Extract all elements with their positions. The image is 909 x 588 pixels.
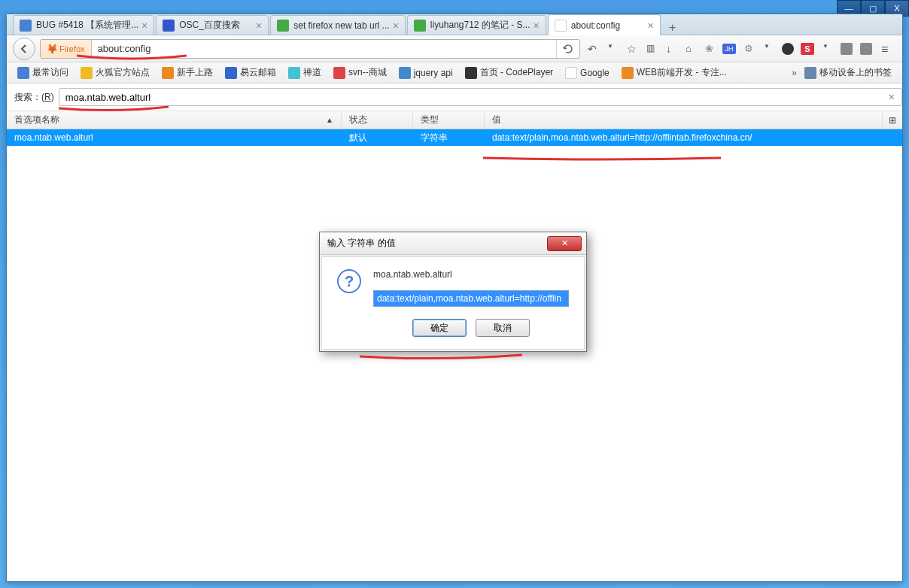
bookmark[interactable]: 易云邮箱 — [220, 65, 281, 80]
home-icon[interactable]: ⌂ — [683, 40, 701, 58]
bookmark[interactable]: 新手上路 — [157, 65, 217, 80]
column-name[interactable]: 首选项名称▲ — [7, 111, 342, 129]
dropdown-icon[interactable]: ▼ — [819, 40, 838, 58]
dialog-input[interactable] — [373, 290, 569, 307]
cancel-button[interactable]: 取消 — [476, 319, 530, 337]
tab[interactable]: set firefox new tab url ... × — [270, 15, 406, 35]
dialog-titlebar[interactable]: 输入 字符串 的值 ✕ — [320, 232, 586, 255]
bookmark[interactable]: 火狐官方站点 — [76, 65, 154, 80]
column-value[interactable]: 值 — [485, 111, 883, 129]
cell-value: data:text/plain,moa.ntab.web.alturl=http… — [485, 129, 902, 146]
globe-icon[interactable]: ❀ — [702, 40, 720, 58]
column-type[interactable]: 类型 — [413, 111, 485, 129]
bookmark-label: 易云邮箱 — [240, 66, 276, 79]
tab-favicon — [20, 20, 32, 32]
config-column-header: 首选项名称▲ 状态 类型 值 ⊞ — [7, 111, 902, 129]
prompt-dialog: 输入 字符串 的值 ✕ ? moa.ntab.web.alturl 确定 取消 — [319, 232, 587, 352]
bookmark[interactable]: 首页 - CodePlayer — [461, 65, 558, 80]
ok-button[interactable]: 确定 — [412, 319, 467, 337]
sort-asc-icon: ▲ — [326, 116, 333, 124]
bookmark-label: 最常访问 — [32, 66, 68, 79]
bookmarks-overflow[interactable]: » — [792, 68, 797, 78]
menu-icon[interactable]: ≡ — [878, 40, 896, 58]
ext-icon[interactable] — [839, 40, 857, 58]
url-bar: Firefox — [40, 39, 580, 59]
dialog-label: moa.ntab.web.alturl — [373, 269, 569, 280]
bookmark-icon — [399, 67, 411, 79]
ext-icon[interactable]: S — [800, 40, 818, 58]
bookmark-icon — [162, 67, 174, 79]
close-icon[interactable]: × — [648, 20, 654, 32]
toolbar-icons: ↶ ▼ ☆ ▥ ↓ ⌂ ❀ JH ⚙ ▼ S ▼ ≡ — [585, 40, 896, 58]
dialog-body: ? moa.ntab.web.alturl 确定 取消 — [321, 256, 585, 350]
cell-status: 默认 — [342, 129, 413, 146]
close-icon[interactable]: × — [256, 20, 262, 32]
close-icon[interactable]: × — [534, 20, 540, 32]
download-icon[interactable]: ↓ — [663, 40, 681, 58]
bookmark-label: WEB前端开发 - 专注... — [637, 66, 727, 79]
bookmark-icon — [225, 67, 237, 79]
bookmark-icon — [465, 67, 477, 79]
bookmark-label: 禅道 — [303, 66, 321, 79]
sidebar-icon[interactable]: ▥ — [643, 40, 661, 58]
dropdown-icon[interactable]: ▼ — [604, 40, 622, 58]
dialog-close-button[interactable]: ✕ — [547, 236, 582, 251]
bookmark-icon — [565, 67, 577, 79]
close-icon[interactable]: × — [393, 20, 399, 32]
bookmark-icon — [288, 67, 300, 79]
bookmarks-bar: 最常访问 火狐官方站点 新手上路 易云邮箱 禅道 svn--商城 jquery … — [7, 62, 902, 83]
arrow-left-icon — [19, 44, 29, 54]
bookmark[interactable]: 最常访问 — [13, 65, 73, 80]
tab-label: OSC_百度搜索 — [179, 19, 253, 32]
tab-label: set firefox new tab url ... — [293, 20, 389, 31]
reload-button[interactable] — [556, 40, 579, 58]
bookmark[interactable]: jquery api — [394, 65, 458, 80]
column-picker[interactable]: ⊞ — [883, 111, 902, 129]
tab-favicon — [163, 20, 175, 32]
tab-active[interactable]: about:config × — [548, 14, 661, 35]
bookmark-icon — [333, 67, 345, 79]
clear-search-icon[interactable]: × — [889, 91, 895, 103]
bookmark-label: Google — [580, 68, 610, 78]
back-button[interactable] — [13, 38, 35, 60]
ext-icon[interactable] — [780, 40, 798, 58]
config-row-selected[interactable]: moa.ntab.web.alturl 默认 字符串 data:text/pla… — [7, 129, 902, 146]
new-tab-button[interactable]: + — [662, 21, 683, 35]
identity-badge[interactable]: Firefox — [41, 40, 92, 58]
ext-icon[interactable]: ⚙ — [741, 40, 759, 58]
tab-label: liyuhang712 的笔记 - S... — [430, 19, 531, 32]
tab[interactable]: BUG #5418 【系统管理... × — [13, 15, 154, 35]
bookmark-icon — [81, 67, 93, 79]
url-input[interactable] — [92, 43, 556, 54]
tab-label: about:config — [571, 20, 645, 31]
bookmark-star-icon[interactable]: ☆ — [624, 40, 642, 58]
tab[interactable]: OSC_百度搜索 × — [156, 15, 269, 35]
mobile-bookmarks[interactable]: 移动设备上的书签 — [800, 65, 896, 80]
search-label: 搜索：(R) — [14, 91, 54, 104]
dropdown-icon[interactable]: ▼ — [761, 40, 779, 58]
config-search-row: 搜索：(R) × — [7, 83, 902, 111]
undo-button[interactable]: ↶ — [585, 40, 603, 58]
nav-bar: Firefox ↶ ▼ ☆ ▥ ↓ ⌂ ❀ JH ⚙ ▼ S ▼ ≡ — [7, 35, 902, 62]
column-status[interactable]: 状态 — [342, 111, 413, 129]
question-icon: ? — [337, 269, 361, 293]
ext-icon[interactable]: JH — [722, 40, 740, 58]
bookmark[interactable]: 禅道 — [284, 65, 326, 80]
bookmark-icon — [622, 67, 634, 79]
cell-type: 字符串 — [413, 129, 485, 146]
bookmark[interactable]: WEB前端开发 - 专注... — [617, 65, 731, 80]
bookmark[interactable]: svn--商城 — [329, 65, 391, 80]
cell-name: moa.ntab.web.alturl — [7, 129, 342, 146]
close-icon[interactable]: × — [141, 20, 147, 32]
svg-text:?: ? — [345, 273, 354, 289]
tabs-bar: BUG #5418 【系统管理... × OSC_百度搜索 × set fire… — [7, 14, 902, 35]
tab[interactable]: liyuhang712 的笔记 - S... × — [407, 15, 546, 35]
bookmark-label: 首页 - CodePlayer — [480, 66, 553, 79]
tab-favicon — [414, 20, 426, 32]
bookmark-label: 火狐官方站点 — [96, 66, 150, 79]
tab-label: BUG #5418 【系统管理... — [36, 19, 138, 32]
ext-icon[interactable] — [859, 40, 877, 58]
bookmark-label: 新手上路 — [177, 66, 213, 79]
bookmark[interactable]: Google — [561, 65, 614, 80]
config-search-input[interactable] — [59, 88, 902, 106]
